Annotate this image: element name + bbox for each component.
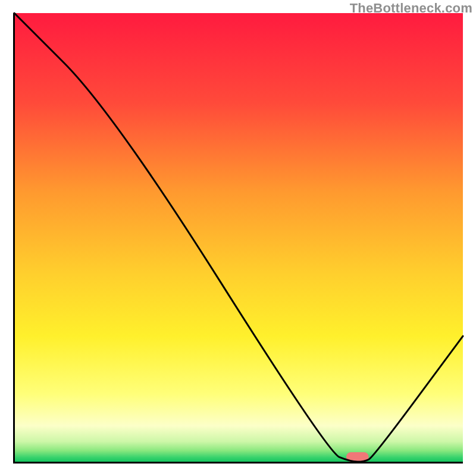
x-axis	[13, 462, 463, 464]
plot-background	[14, 13, 463, 462]
watermark-text: TheBottleneck.com	[350, 1, 472, 16]
chart-stage: TheBottleneck.com	[0, 0, 476, 476]
bottleneck-curve	[14, 13, 463, 462]
optimal-range-marker	[346, 452, 369, 462]
chart-canvas	[0, 0, 476, 476]
y-axis	[13, 13, 15, 463]
